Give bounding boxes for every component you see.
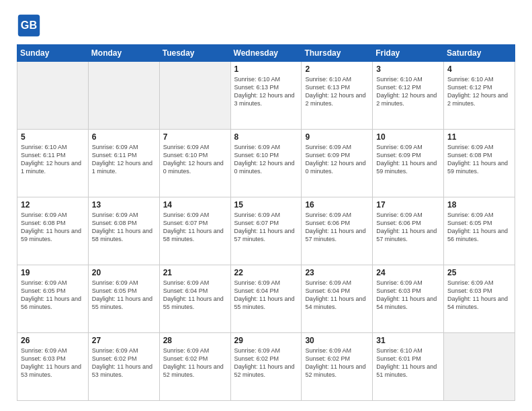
- calendar-cell: 28Sunrise: 6:09 AM Sunset: 6:02 PM Dayli…: [159, 333, 230, 401]
- day-info: Sunrise: 6:09 AM Sunset: 6:04 PM Dayligh…: [234, 279, 298, 312]
- day-number: 22: [234, 268, 298, 277]
- day-number: 18: [447, 200, 511, 210]
- day-info: Sunrise: 6:10 AM Sunset: 6:13 PM Dayligh…: [305, 75, 369, 108]
- day-number: 7: [163, 132, 227, 142]
- calendar-cell: 2Sunrise: 6:10 AM Sunset: 6:13 PM Daylig…: [302, 62, 373, 130]
- day-number: 4: [447, 64, 511, 74]
- calendar-cell: 20Sunrise: 6:09 AM Sunset: 6:05 PM Dayli…: [88, 265, 159, 333]
- calendar-cell: 6Sunrise: 6:09 AM Sunset: 6:11 PM Daylig…: [88, 130, 159, 197]
- day-number: 2: [305, 64, 369, 74]
- calendar-cell: 3Sunrise: 6:10 AM Sunset: 6:12 PM Daylig…: [373, 62, 444, 130]
- weekday-header-sunday: Sunday: [17, 45, 89, 62]
- calendar-cell: 10Sunrise: 6:09 AM Sunset: 6:09 PM Dayli…: [373, 130, 444, 197]
- day-info: Sunrise: 6:09 AM Sunset: 6:06 PM Dayligh…: [376, 211, 440, 244]
- calendar-cell: 30Sunrise: 6:09 AM Sunset: 6:02 PM Dayli…: [302, 333, 373, 401]
- calendar-cell: 11Sunrise: 6:09 AM Sunset: 6:08 PM Dayli…: [444, 130, 515, 197]
- day-number: 6: [92, 132, 156, 142]
- day-info: Sunrise: 6:09 AM Sunset: 6:02 PM Dayligh…: [92, 347, 156, 379]
- logo-icon: GB: [17, 13, 41, 38]
- calendar-cell: 7Sunrise: 6:09 AM Sunset: 6:10 PM Daylig…: [159, 130, 230, 197]
- page-header: GB: [17, 13, 515, 38]
- logo: GB: [17, 13, 44, 38]
- weekday-header-monday: Monday: [88, 45, 159, 62]
- day-info: Sunrise: 6:09 AM Sunset: 6:11 PM Dayligh…: [92, 143, 156, 176]
- day-number: 9: [305, 132, 369, 142]
- calendar-cell: 23Sunrise: 6:09 AM Sunset: 6:04 PM Dayli…: [302, 265, 373, 333]
- day-info: Sunrise: 6:09 AM Sunset: 6:03 PM Dayligh…: [376, 279, 440, 312]
- calendar-week-4: 19Sunrise: 6:09 AM Sunset: 6:05 PM Dayli…: [17, 265, 515, 333]
- day-info: Sunrise: 6:10 AM Sunset: 6:13 PM Dayligh…: [234, 75, 298, 108]
- weekday-header-saturday: Saturday: [444, 45, 515, 62]
- day-number: 8: [234, 132, 298, 142]
- weekday-header-wednesday: Wednesday: [230, 45, 302, 62]
- day-number: 19: [21, 268, 85, 277]
- day-info: Sunrise: 6:09 AM Sunset: 6:08 PM Dayligh…: [447, 143, 511, 176]
- day-number: 12: [21, 200, 85, 210]
- calendar-cell: 26Sunrise: 6:09 AM Sunset: 6:03 PM Dayli…: [17, 333, 89, 401]
- day-info: Sunrise: 6:09 AM Sunset: 6:06 PM Dayligh…: [305, 211, 369, 244]
- day-number: 21: [163, 268, 227, 277]
- day-number: 1: [234, 64, 298, 74]
- day-info: Sunrise: 6:09 AM Sunset: 6:08 PM Dayligh…: [21, 211, 85, 244]
- calendar-cell: 19Sunrise: 6:09 AM Sunset: 6:05 PM Dayli…: [17, 265, 89, 333]
- day-number: 26: [21, 336, 85, 345]
- calendar-table: SundayMondayTuesdayWednesdayThursdayFrid…: [17, 44, 515, 401]
- day-info: Sunrise: 6:09 AM Sunset: 6:05 PM Dayligh…: [447, 211, 511, 244]
- day-number: 31: [376, 336, 440, 345]
- calendar-cell: [88, 62, 159, 130]
- day-number: 14: [163, 200, 227, 210]
- day-info: Sunrise: 6:09 AM Sunset: 6:10 PM Dayligh…: [163, 143, 227, 176]
- day-number: 27: [92, 336, 156, 345]
- day-info: Sunrise: 6:09 AM Sunset: 6:04 PM Dayligh…: [305, 279, 369, 312]
- day-info: Sunrise: 6:09 AM Sunset: 6:05 PM Dayligh…: [21, 279, 85, 312]
- day-number: 10: [376, 132, 440, 142]
- calendar-cell: 24Sunrise: 6:09 AM Sunset: 6:03 PM Dayli…: [373, 265, 444, 333]
- calendar-cell: 31Sunrise: 6:10 AM Sunset: 6:01 PM Dayli…: [373, 333, 444, 401]
- calendar-week-5: 26Sunrise: 6:09 AM Sunset: 6:03 PM Dayli…: [17, 333, 515, 401]
- day-info: Sunrise: 6:10 AM Sunset: 6:12 PM Dayligh…: [376, 75, 440, 108]
- calendar-cell: [17, 62, 89, 130]
- calendar-cell: 15Sunrise: 6:09 AM Sunset: 6:07 PM Dayli…: [230, 197, 302, 265]
- day-number: 15: [234, 200, 298, 210]
- day-info: Sunrise: 6:09 AM Sunset: 6:07 PM Dayligh…: [234, 211, 298, 244]
- weekday-header-tuesday: Tuesday: [159, 45, 230, 62]
- calendar-cell: 18Sunrise: 6:09 AM Sunset: 6:05 PM Dayli…: [444, 197, 515, 265]
- day-info: Sunrise: 6:09 AM Sunset: 6:05 PM Dayligh…: [92, 279, 156, 312]
- day-info: Sunrise: 6:09 AM Sunset: 6:02 PM Dayligh…: [234, 347, 298, 379]
- day-number: 3: [376, 64, 440, 74]
- weekday-header-thursday: Thursday: [302, 45, 373, 62]
- calendar-cell: 14Sunrise: 6:09 AM Sunset: 6:07 PM Dayli…: [159, 197, 230, 265]
- day-info: Sunrise: 6:09 AM Sunset: 6:08 PM Dayligh…: [92, 211, 156, 244]
- day-info: Sunrise: 6:09 AM Sunset: 6:07 PM Dayligh…: [163, 211, 227, 244]
- weekday-header-friday: Friday: [373, 45, 444, 62]
- day-number: 13: [92, 200, 156, 210]
- calendar-cell: [159, 62, 230, 130]
- calendar-cell: 27Sunrise: 6:09 AM Sunset: 6:02 PM Dayli…: [88, 333, 159, 401]
- calendar-cell: 5Sunrise: 6:10 AM Sunset: 6:11 PM Daylig…: [17, 130, 89, 197]
- calendar-cell: 25Sunrise: 6:09 AM Sunset: 6:03 PM Dayli…: [444, 265, 515, 333]
- calendar-cell: 4Sunrise: 6:10 AM Sunset: 6:12 PM Daylig…: [444, 62, 515, 130]
- calendar-cell: 13Sunrise: 6:09 AM Sunset: 6:08 PM Dayli…: [88, 197, 159, 265]
- calendar-week-2: 5Sunrise: 6:10 AM Sunset: 6:11 PM Daylig…: [17, 130, 515, 197]
- day-number: 24: [376, 268, 440, 277]
- day-info: Sunrise: 6:10 AM Sunset: 6:11 PM Dayligh…: [21, 143, 85, 176]
- calendar-week-3: 12Sunrise: 6:09 AM Sunset: 6:08 PM Dayli…: [17, 197, 515, 265]
- svg-text:GB: GB: [21, 19, 37, 31]
- day-number: 29: [234, 336, 298, 345]
- day-info: Sunrise: 6:09 AM Sunset: 6:02 PM Dayligh…: [163, 347, 227, 379]
- calendar-cell: 17Sunrise: 6:09 AM Sunset: 6:06 PM Dayli…: [373, 197, 444, 265]
- day-number: 16: [305, 200, 369, 210]
- day-info: Sunrise: 6:09 AM Sunset: 6:09 PM Dayligh…: [305, 143, 369, 176]
- day-number: 25: [447, 268, 511, 277]
- calendar-cell: [444, 333, 515, 401]
- day-info: Sunrise: 6:09 AM Sunset: 6:09 PM Dayligh…: [376, 143, 440, 176]
- calendar-cell: 1Sunrise: 6:10 AM Sunset: 6:13 PM Daylig…: [230, 62, 302, 130]
- day-info: Sunrise: 6:09 AM Sunset: 6:02 PM Dayligh…: [305, 347, 369, 379]
- day-number: 17: [376, 200, 440, 210]
- calendar-week-1: 1Sunrise: 6:10 AM Sunset: 6:13 PM Daylig…: [17, 62, 515, 130]
- calendar-cell: 29Sunrise: 6:09 AM Sunset: 6:02 PM Dayli…: [230, 333, 302, 401]
- day-number: 20: [92, 268, 156, 277]
- day-info: Sunrise: 6:09 AM Sunset: 6:03 PM Dayligh…: [21, 347, 85, 379]
- day-number: 11: [447, 132, 511, 142]
- day-number: 5: [21, 132, 85, 142]
